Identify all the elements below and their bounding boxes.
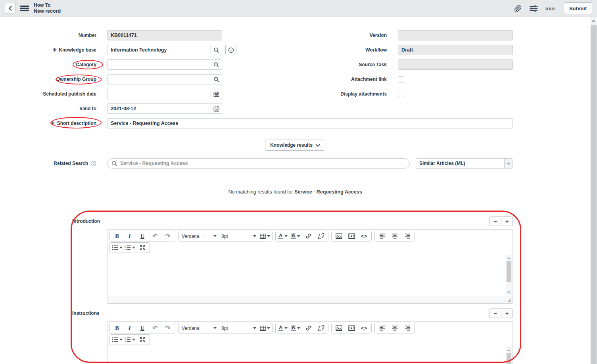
scroll-up-arrow-icon[interactable] xyxy=(506,347,512,353)
background-color-button[interactable]: A xyxy=(289,324,302,333)
category-input[interactable] xyxy=(107,60,211,69)
remove-link-button[interactable] xyxy=(315,232,327,241)
background-color-button[interactable]: A xyxy=(289,232,302,241)
scheduled-publish-date-picker-button[interactable] xyxy=(211,89,222,99)
search-icon xyxy=(213,47,219,53)
grow-editor-button[interactable]: + xyxy=(501,309,513,318)
valid-to-input[interactable] xyxy=(107,104,211,113)
editor-scrollbar-thumb[interactable] xyxy=(507,261,511,282)
underline-button[interactable]: U xyxy=(136,324,149,333)
underline-button[interactable]: U xyxy=(136,232,149,241)
source-task-field xyxy=(398,59,513,70)
align-left-button[interactable] xyxy=(376,232,388,241)
text-color-button[interactable]: A xyxy=(276,324,289,333)
valid-to-picker-button[interactable] xyxy=(211,104,222,113)
back-button[interactable] xyxy=(5,3,16,14)
submit-button[interactable]: Submit xyxy=(564,2,592,14)
insert-link-button[interactable] xyxy=(302,232,315,241)
page-scrollbar[interactable] xyxy=(590,17,597,364)
italic-button[interactable]: I xyxy=(123,232,136,241)
redo-button[interactable]: ↷ xyxy=(161,232,174,241)
related-search-input[interactable] xyxy=(120,161,405,166)
grow-editor-button[interactable]: + xyxy=(501,217,513,226)
knowledge-base-input[interactable] xyxy=(107,45,211,55)
scroll-up-arrow-icon[interactable] xyxy=(506,255,512,261)
caret-down-icon xyxy=(132,247,135,249)
font-size-dropdown[interactable]: 8pt xyxy=(219,324,259,333)
undo-button[interactable]: ↶ xyxy=(149,232,161,241)
resize-handle[interactable] xyxy=(507,299,511,303)
bold-button[interactable]: B xyxy=(111,232,123,241)
table-dropdown[interactable] xyxy=(259,232,271,241)
ownership-group-lookup-button[interactable] xyxy=(211,75,222,84)
bullet-list-icon xyxy=(112,337,118,342)
attachment-link-checkbox[interactable] xyxy=(398,76,404,82)
caret-down-icon xyxy=(284,327,288,329)
scheduled-publish-date-input[interactable] xyxy=(107,89,211,99)
font-size-dropdown[interactable]: 8pt xyxy=(219,232,259,241)
insert-video-button[interactable] xyxy=(345,324,358,333)
italic-button[interactable]: I xyxy=(123,324,136,333)
attachment-button[interactable] xyxy=(514,5,522,12)
bullet-list-button[interactable] xyxy=(111,243,123,252)
introduction-editor-body[interactable] xyxy=(107,254,513,296)
editor-scrollbar[interactable] xyxy=(506,255,512,295)
editor-resize-controls: − + xyxy=(489,216,513,226)
version-field xyxy=(398,30,513,40)
caret-down-icon xyxy=(213,235,217,237)
undo-button[interactable]: ↶ xyxy=(149,324,161,333)
short-description-input[interactable] xyxy=(107,119,513,128)
related-search-filter-select[interactable]: Similar Articles (ML) xyxy=(416,158,513,169)
table-dropdown[interactable] xyxy=(259,324,271,333)
redo-button[interactable]: ↷ xyxy=(161,324,174,333)
rich-text-editor: B I U ↶ ↷ Verdana 8pt xyxy=(107,321,513,364)
editor-scrollbar[interactable] xyxy=(506,347,512,364)
editor-scrollbar-thumb[interactable] xyxy=(507,353,511,364)
section-divider: Knowledge results xyxy=(0,145,590,145)
align-right-button[interactable] xyxy=(401,232,414,241)
font-family-dropdown[interactable]: Verdana xyxy=(179,324,219,333)
help-icon[interactable]: ? xyxy=(90,161,96,167)
scroll-down-arrow-icon[interactable] xyxy=(506,289,512,295)
insert-image-button[interactable] xyxy=(332,232,345,241)
align-center-button[interactable] xyxy=(388,324,401,333)
numbered-list-button[interactable]: 123 xyxy=(123,243,136,252)
align-center-button[interactable] xyxy=(388,232,401,241)
align-right-icon xyxy=(405,234,411,239)
category-lookup-button[interactable] xyxy=(211,60,222,69)
chevron-left-icon xyxy=(8,6,12,11)
align-left-button[interactable] xyxy=(376,324,388,333)
bullet-list-icon xyxy=(112,245,118,250)
field-row-ownership-group: Ownership Group xyxy=(0,74,298,84)
insert-image-button[interactable] xyxy=(332,324,345,333)
remove-link-button[interactable] xyxy=(315,324,327,333)
shrink-editor-button[interactable]: − xyxy=(490,217,501,226)
scroll-up-arrow-icon[interactable] xyxy=(590,17,597,25)
source-code-button[interactable]: <> xyxy=(358,232,370,241)
insert-video-button[interactable] xyxy=(345,232,358,241)
text-color-button[interactable]: A xyxy=(276,232,289,241)
personalize-form-button[interactable] xyxy=(530,5,537,12)
knowledge-base-preview-button[interactable] xyxy=(225,45,236,55)
fullscreen-button[interactable] xyxy=(136,335,149,344)
numbered-list-button[interactable]: 123 xyxy=(123,335,136,344)
fullscreen-button[interactable] xyxy=(136,243,149,252)
more-options-button[interactable]: ooo xyxy=(545,6,555,11)
bullet-list-button[interactable] xyxy=(111,335,123,344)
knowledge-results-toggle[interactable]: Knowledge results xyxy=(265,140,325,151)
page-scrollbar-thumb[interactable] xyxy=(591,25,597,364)
context-menu-button[interactable] xyxy=(20,5,29,11)
font-family-dropdown[interactable]: Verdana xyxy=(179,232,219,241)
svg-text:3: 3 xyxy=(125,249,126,250)
bold-button[interactable]: B xyxy=(111,324,123,333)
display-attachments-checkbox[interactable] xyxy=(398,91,404,97)
insert-link-button[interactable] xyxy=(302,324,315,333)
instructions-editor-body[interactable] xyxy=(107,346,513,364)
align-right-button[interactable] xyxy=(401,324,414,333)
shrink-editor-button[interactable]: − xyxy=(490,309,501,318)
knowledge-base-lookup-button[interactable] xyxy=(211,45,222,55)
video-icon xyxy=(348,233,355,239)
caret-down-icon xyxy=(132,339,135,341)
source-code-button[interactable]: <> xyxy=(358,324,370,333)
ownership-group-input[interactable] xyxy=(107,75,211,84)
